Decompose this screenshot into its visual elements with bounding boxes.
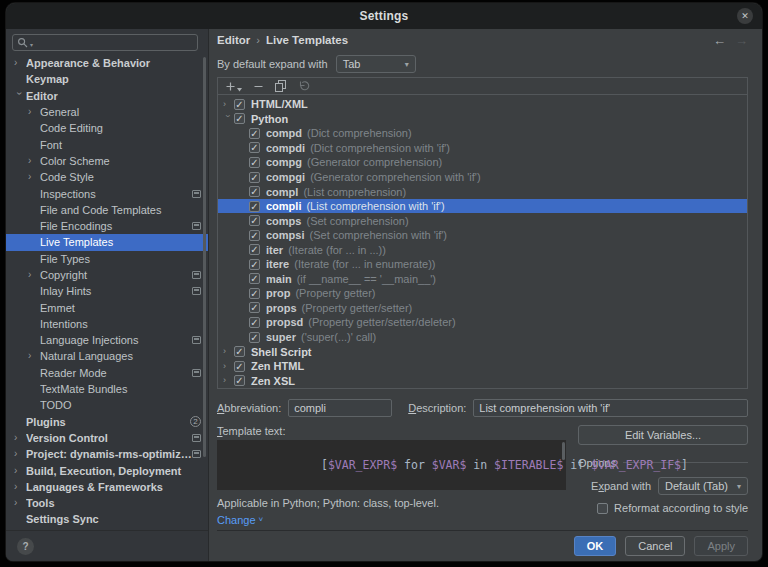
sidebar-item-settings-sync[interactable]: Settings Sync [6,511,208,527]
sidebar-item-languages-frameworks[interactable]: ›Languages & Frameworks [6,479,208,495]
chevron-right-icon[interactable]: › [223,347,234,356]
template-group-zen-xsl[interactable]: ›✓Zen XSL [218,373,747,388]
settings-search-input[interactable]: ▾ [12,34,198,51]
chevron-right-icon[interactable]: › [28,156,40,166]
template-row-super[interactable]: ✓super('super(...)' call) [218,330,747,345]
template-group-zen-html[interactable]: ›✓Zen HTML [218,359,747,374]
editor-scrollbar[interactable] [562,442,565,460]
template-row-compl[interactable]: ✓compl(List comprehension) [218,184,747,199]
template-group-shell-script[interactable]: ›✓Shell Script [218,344,747,359]
description-input[interactable] [473,399,748,417]
sidebar-item-reader-mode[interactable]: Reader Mode [6,365,208,381]
sidebar-item-todo[interactable]: TODO [6,397,208,413]
abbreviation-input[interactable] [288,399,392,417]
sidebar-item-inlay-hints[interactable]: Inlay Hints [6,283,208,299]
template-row-compd[interactable]: ✓compd(Dict comprehension) [218,126,747,141]
add-template-button[interactable] [225,81,242,92]
chevron-right-icon[interactable]: › [14,466,26,476]
template-row-compg[interactable]: ✓compg(Generator comprehension) [218,155,747,170]
sidebar-item-plugins[interactable]: Plugins2 [6,414,208,430]
cancel-button[interactable]: Cancel [625,536,685,556]
template-checkbox[interactable]: ✓ [249,186,260,197]
template-checkbox[interactable]: ✓ [249,215,260,226]
template-checkbox[interactable]: ✓ [249,288,260,299]
template-checkbox[interactable]: ✓ [249,230,260,241]
template-row-propsd[interactable]: ✓propsd(Property getter/setter/deleter) [218,315,747,330]
change-context-link[interactable]: Change ˅ [217,512,263,527]
template-row-main[interactable]: ✓main(if __name__ == '__main__') [218,272,747,287]
sidebar-scrollbar[interactable] [203,57,206,457]
expand-with-dropdown[interactable]: Default (Tab) ▾ [658,477,748,495]
sidebar-item-inspections[interactable]: Inspections [6,185,208,201]
sidebar-item-natural-languages[interactable]: ›Natural Languages [6,348,208,364]
sidebar-item-file-encodings[interactable]: File Encodings [6,218,208,234]
sidebar-item-general[interactable]: ›General [6,104,208,120]
template-group-html-xml[interactable]: ›✓HTML/XML [218,97,747,112]
remove-template-button[interactable] [253,81,264,92]
breadcrumb-editor[interactable]: Editor [217,34,250,46]
chevron-right-icon[interactable]: › [14,433,26,443]
chevron-right-icon[interactable]: › [14,498,26,508]
sidebar-item-keymap[interactable]: Keymap [6,71,208,87]
sidebar-item-appearance-behavior[interactable]: ›Appearance & Behavior [6,55,208,71]
sidebar-item-editor[interactable]: ›Editor [6,88,208,104]
edit-variables-button[interactable]: Edit Variables... [578,425,748,445]
sidebar-item-file-types[interactable]: File Types [6,251,208,267]
sidebar-item-intentions[interactable]: Intentions [6,316,208,332]
template-row-itere[interactable]: ✓itere(Iterate (for ... in enumerate)) [218,257,747,272]
sidebar-item-emmet[interactable]: Emmet [6,299,208,315]
chevron-right-icon[interactable]: › [14,58,26,68]
chevron-right-icon[interactable]: › [28,351,40,361]
template-row-compdi[interactable]: ✓compdi(Dict comprehension with 'if') [218,141,747,156]
template-row-iter[interactable]: ✓iter(Iterate (for ... in ...)) [218,242,747,257]
template-group-python[interactable]: ›✓Python [218,112,747,127]
chevron-right-icon[interactable]: › [223,376,234,385]
template-row-comps[interactable]: ✓comps(Set comprehension) [218,213,747,228]
back-icon[interactable]: ← [713,34,726,47]
template-checkbox[interactable]: ✓ [249,128,260,139]
template-checkbox[interactable]: ✓ [249,259,260,270]
template-checkbox[interactable]: ✓ [249,244,260,255]
sidebar-item-version-control[interactable]: ›Version Control [6,430,208,446]
template-checkbox[interactable]: ✓ [249,142,260,153]
close-button[interactable]: ✕ [737,8,753,24]
default-expand-dropdown[interactable]: Tab ▾ [336,55,416,73]
template-checkbox[interactable]: ✓ [249,201,260,212]
template-row-compsi[interactable]: ✓compsi(Set comprehension with 'if') [218,228,747,243]
template-checkbox[interactable]: ✓ [234,99,245,110]
reformat-checkbox[interactable] [597,503,608,514]
chevron-right-icon[interactable]: › [28,107,40,117]
template-checkbox[interactable]: ✓ [249,273,260,284]
ok-button[interactable]: OK [574,536,617,556]
template-checkbox[interactable]: ✓ [234,361,245,372]
chevron-right-icon[interactable]: › [28,172,40,182]
template-checkbox[interactable]: ✓ [234,113,245,124]
sidebar-item-font[interactable]: Font [6,136,208,152]
sidebar-item-code-editing[interactable]: Code Editing [6,120,208,136]
duplicate-template-button[interactable] [275,80,287,92]
restore-defaults-button[interactable] [298,80,310,92]
template-row-compgi[interactable]: ✓compgi(Generator comprehension with 'if… [218,170,747,185]
sidebar-item-project-dynamis-rms-optimizat[interactable]: ›Project: dynamis-rms-optimizat... [6,446,208,462]
sidebar-item-file-and-code-templates[interactable]: File and Code Templates [6,202,208,218]
template-checkbox[interactable]: ✓ [234,346,245,357]
template-checkbox[interactable]: ✓ [234,375,245,386]
template-row-prop[interactable]: ✓prop(Property getter) [218,286,747,301]
sidebar-item-textmate-bundles[interactable]: TextMate Bundles [6,381,208,397]
chevron-right-icon[interactable]: › [28,270,40,280]
sidebar-item-copyright[interactable]: ›Copyright [6,267,208,283]
chevron-right-icon[interactable]: › [14,482,26,492]
template-row-compli[interactable]: ✓compli(List comprehension with 'if') [218,199,747,214]
template-checkbox[interactable]: ✓ [249,302,260,313]
template-checkbox[interactable]: ✓ [249,332,260,343]
chevron-right-icon[interactable]: › [223,362,234,371]
template-text-editor[interactable]: [$VAR_EXPR$ for $VAR$ in $ITERABLE$ if $… [217,440,566,490]
sidebar-item-language-injections[interactable]: Language Injections [6,332,208,348]
sidebar-item-live-templates[interactable]: Live Templates [6,234,208,250]
chevron-right-icon[interactable]: › [14,449,26,459]
help-button[interactable]: ? [17,538,34,555]
sidebar-item-tools[interactable]: ›Tools [6,495,208,511]
chevron-right-icon[interactable]: › [223,100,234,109]
chevron-down-icon[interactable]: › [14,91,24,103]
sidebar-item-code-style[interactable]: ›Code Style [6,169,208,185]
